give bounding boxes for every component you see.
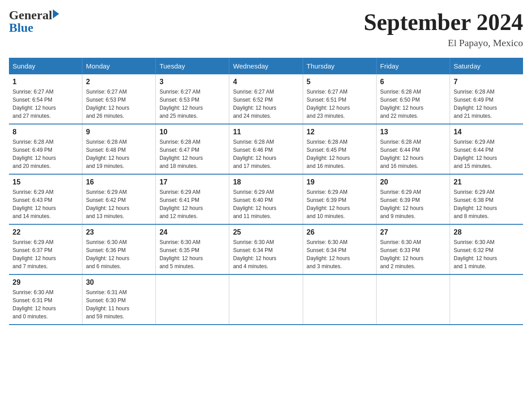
day-cell: 11 Sunrise: 6:28 AMSunset: 6:46 PMDaylig… bbox=[229, 124, 303, 174]
page-header: General Blue September 2024 El Papayo, M… bbox=[9, 9, 523, 49]
day-number: 5 bbox=[307, 78, 373, 86]
day-info: Sunrise: 6:27 AMSunset: 6:54 PMDaylight:… bbox=[13, 88, 78, 120]
day-info: Sunrise: 6:28 AMSunset: 6:46 PMDaylight:… bbox=[233, 138, 299, 170]
day-number: 19 bbox=[307, 178, 373, 186]
day-cell: 9 Sunrise: 6:28 AMSunset: 6:48 PMDayligh… bbox=[82, 124, 155, 174]
day-number: 12 bbox=[307, 128, 373, 136]
day-cell bbox=[450, 274, 523, 325]
subtitle: El Papayo, Mexico bbox=[364, 37, 523, 49]
day-cell: 23 Sunrise: 6:30 AMSunset: 6:36 PMDaylig… bbox=[82, 224, 155, 274]
day-cell: 1 Sunrise: 6:27 AMSunset: 6:54 PMDayligh… bbox=[9, 74, 82, 124]
day-number: 27 bbox=[380, 228, 446, 236]
week-row-1: 1 Sunrise: 6:27 AMSunset: 6:54 PMDayligh… bbox=[9, 74, 523, 124]
weekday-header-monday: Monday bbox=[82, 58, 155, 74]
day-info: Sunrise: 6:29 AMSunset: 6:38 PMDaylight:… bbox=[454, 188, 519, 220]
day-number: 1 bbox=[13, 78, 78, 86]
day-number: 7 bbox=[454, 78, 519, 86]
logo-arrow-icon bbox=[53, 9, 59, 18]
weekday-header-saturday: Saturday bbox=[450, 58, 523, 74]
day-number: 21 bbox=[454, 178, 519, 186]
day-info: Sunrise: 6:30 AMSunset: 6:31 PMDaylight:… bbox=[13, 288, 78, 321]
day-number: 11 bbox=[233, 128, 299, 136]
day-number: 3 bbox=[159, 78, 225, 86]
day-number: 23 bbox=[86, 228, 152, 236]
day-cell bbox=[156, 274, 229, 325]
day-number: 28 bbox=[454, 228, 519, 236]
day-cell: 24 Sunrise: 6:30 AMSunset: 6:35 PMDaylig… bbox=[156, 224, 229, 274]
day-cell: 10 Sunrise: 6:28 AMSunset: 6:47 PMDaylig… bbox=[156, 124, 229, 174]
day-info: Sunrise: 6:28 AMSunset: 6:45 PMDaylight:… bbox=[307, 138, 373, 170]
weekday-header-tuesday: Tuesday bbox=[156, 58, 229, 74]
weekday-header-row: SundayMondayTuesdayWednesdayThursdayFrid… bbox=[9, 58, 523, 74]
day-number: 24 bbox=[159, 228, 225, 236]
day-info: Sunrise: 6:29 AMSunset: 6:42 PMDaylight:… bbox=[86, 188, 152, 220]
day-info: Sunrise: 6:28 AMSunset: 6:48 PMDaylight:… bbox=[86, 138, 152, 170]
day-number: 30 bbox=[86, 278, 152, 287]
day-cell: 19 Sunrise: 6:29 AMSunset: 6:39 PMDaylig… bbox=[303, 174, 376, 224]
title-block: September 2024 El Papayo, Mexico bbox=[364, 9, 523, 49]
day-cell: 22 Sunrise: 6:29 AMSunset: 6:37 PMDaylig… bbox=[9, 224, 82, 274]
day-cell: 25 Sunrise: 6:30 AMSunset: 6:34 PMDaylig… bbox=[229, 224, 303, 274]
logo: General Blue bbox=[9, 9, 59, 34]
day-info: Sunrise: 6:29 AMSunset: 6:41 PMDaylight:… bbox=[159, 188, 225, 220]
day-info: Sunrise: 6:30 AMSunset: 6:32 PMDaylight:… bbox=[454, 238, 519, 270]
day-info: Sunrise: 6:28 AMSunset: 6:49 PMDaylight:… bbox=[13, 138, 78, 170]
day-cell: 14 Sunrise: 6:29 AMSunset: 6:44 PMDaylig… bbox=[450, 124, 523, 174]
calendar-table: SundayMondayTuesdayWednesdayThursdayFrid… bbox=[9, 58, 523, 325]
day-cell: 15 Sunrise: 6:29 AMSunset: 6:43 PMDaylig… bbox=[9, 174, 82, 224]
day-info: Sunrise: 6:29 AMSunset: 6:39 PMDaylight:… bbox=[380, 188, 446, 220]
day-info: Sunrise: 6:27 AMSunset: 6:51 PMDaylight:… bbox=[307, 88, 373, 120]
day-info: Sunrise: 6:31 AMSunset: 6:30 PMDaylight:… bbox=[86, 288, 152, 321]
day-number: 8 bbox=[13, 128, 78, 136]
day-cell: 13 Sunrise: 6:28 AMSunset: 6:44 PMDaylig… bbox=[376, 124, 450, 174]
day-cell bbox=[376, 274, 450, 325]
day-cell: 21 Sunrise: 6:29 AMSunset: 6:38 PMDaylig… bbox=[450, 174, 523, 224]
day-info: Sunrise: 6:28 AMSunset: 6:44 PMDaylight:… bbox=[380, 138, 446, 170]
day-number: 29 bbox=[13, 278, 78, 287]
day-number: 26 bbox=[307, 228, 373, 236]
main-title: September 2024 bbox=[364, 9, 523, 35]
day-info: Sunrise: 6:30 AMSunset: 6:34 PMDaylight:… bbox=[307, 238, 373, 270]
day-info: Sunrise: 6:29 AMSunset: 6:43 PMDaylight:… bbox=[13, 188, 78, 220]
day-number: 25 bbox=[233, 228, 299, 236]
day-cell: 2 Sunrise: 6:27 AMSunset: 6:53 PMDayligh… bbox=[82, 74, 155, 124]
week-row-2: 8 Sunrise: 6:28 AMSunset: 6:49 PMDayligh… bbox=[9, 124, 523, 174]
day-cell: 28 Sunrise: 6:30 AMSunset: 6:32 PMDaylig… bbox=[450, 224, 523, 274]
day-info: Sunrise: 6:30 AMSunset: 6:34 PMDaylight:… bbox=[233, 238, 299, 270]
day-number: 13 bbox=[380, 128, 446, 136]
weekday-header-friday: Friday bbox=[376, 58, 450, 74]
day-number: 6 bbox=[380, 78, 446, 86]
day-number: 10 bbox=[159, 128, 225, 136]
day-cell: 16 Sunrise: 6:29 AMSunset: 6:42 PMDaylig… bbox=[82, 174, 155, 224]
day-number: 15 bbox=[13, 178, 78, 186]
day-number: 22 bbox=[13, 228, 78, 236]
weekday-header-sunday: Sunday bbox=[9, 58, 82, 74]
day-number: 9 bbox=[86, 128, 152, 136]
weekday-header-wednesday: Wednesday bbox=[229, 58, 303, 74]
day-cell: 20 Sunrise: 6:29 AMSunset: 6:39 PMDaylig… bbox=[376, 174, 450, 224]
day-info: Sunrise: 6:27 AMSunset: 6:52 PMDaylight:… bbox=[233, 88, 299, 120]
day-number: 17 bbox=[159, 178, 225, 186]
day-info: Sunrise: 6:28 AMSunset: 6:50 PMDaylight:… bbox=[380, 88, 446, 120]
day-info: Sunrise: 6:27 AMSunset: 6:53 PMDaylight:… bbox=[159, 88, 225, 120]
week-row-4: 22 Sunrise: 6:29 AMSunset: 6:37 PMDaylig… bbox=[9, 224, 523, 274]
day-cell: 6 Sunrise: 6:28 AMSunset: 6:50 PMDayligh… bbox=[376, 74, 450, 124]
day-cell: 17 Sunrise: 6:29 AMSunset: 6:41 PMDaylig… bbox=[156, 174, 229, 224]
day-number: 14 bbox=[454, 128, 519, 136]
day-cell bbox=[229, 274, 303, 325]
day-info: Sunrise: 6:27 AMSunset: 6:53 PMDaylight:… bbox=[86, 88, 152, 120]
logo-general-text: General bbox=[9, 9, 52, 21]
week-row-3: 15 Sunrise: 6:29 AMSunset: 6:43 PMDaylig… bbox=[9, 174, 523, 224]
day-cell bbox=[303, 274, 376, 325]
day-info: Sunrise: 6:28 AMSunset: 6:47 PMDaylight:… bbox=[159, 138, 225, 170]
day-cell: 4 Sunrise: 6:27 AMSunset: 6:52 PMDayligh… bbox=[229, 74, 303, 124]
day-info: Sunrise: 6:29 AMSunset: 6:37 PMDaylight:… bbox=[13, 238, 78, 270]
day-cell: 7 Sunrise: 6:28 AMSunset: 6:49 PMDayligh… bbox=[450, 74, 523, 124]
day-info: Sunrise: 6:30 AMSunset: 6:35 PMDaylight:… bbox=[159, 238, 225, 270]
day-number: 4 bbox=[233, 78, 299, 86]
day-info: Sunrise: 6:28 AMSunset: 6:49 PMDaylight:… bbox=[454, 88, 519, 120]
day-info: Sunrise: 6:30 AMSunset: 6:36 PMDaylight:… bbox=[86, 238, 152, 270]
day-number: 16 bbox=[86, 178, 152, 186]
day-cell: 12 Sunrise: 6:28 AMSunset: 6:45 PMDaylig… bbox=[303, 124, 376, 174]
weekday-header-thursday: Thursday bbox=[303, 58, 376, 74]
